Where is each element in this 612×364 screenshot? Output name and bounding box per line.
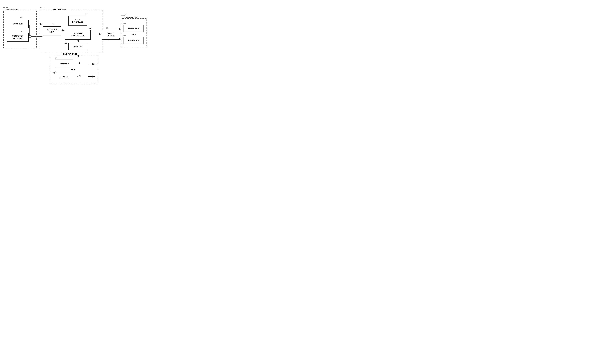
ref-40-bot: 40 [123, 34, 126, 36]
image-input-group [3, 10, 37, 48]
output-unit-label: OUTPUT UNIT [124, 16, 139, 19]
ref-50: — 50 [40, 6, 44, 8]
print-engine-box: PRINTENGINE [102, 30, 119, 39]
system-controller-box: SYSTEMCONTROLLER [65, 30, 91, 39]
ref-62: 62 [20, 30, 22, 32]
feeders-n-box: FEEDERS [55, 73, 73, 80]
dots-output: ••• [132, 33, 136, 37]
user-interface-box: USERINTERFACE [68, 16, 87, 26]
ref-54: 54 [89, 27, 91, 29]
memory-box: MEMORY [68, 43, 87, 51]
ref-30: 30 [106, 27, 108, 29]
ref-40-top: 40 [123, 22, 126, 24]
ref-25: — 25 [50, 72, 55, 74]
ref-52: 52 [53, 23, 54, 25]
finisher-1-box: FINISHER 1 [123, 25, 144, 32]
scanner-box: SCANNER [7, 20, 29, 28]
supply-unit-label: SUPPLY UNIT [63, 53, 77, 55]
diagram: IMAGE INPUT — 60 SCANNER 64 COMPUTERNETW… [0, 0, 150, 89]
image-input-label: IMAGE INPUT [6, 8, 20, 11]
feeders-1-suffix: → 1 [76, 62, 80, 64]
dots-supply: ••• [71, 68, 75, 71]
ref-64: 64 [20, 17, 22, 19]
ref-58: 58 [85, 14, 87, 16]
ref-45: — 45 [121, 14, 125, 16]
computer-network-box: COMPUTERNETWORK [7, 33, 29, 42]
ref-56: 56 [65, 42, 67, 44]
feeders-1-box: FEEDERS [55, 60, 73, 67]
ref-60: — 60 [3, 6, 8, 8]
feeders-n-suffix: → N [76, 75, 80, 78]
controller-label: CONTROLLER [52, 8, 66, 11]
ref-20-bot: 20 [55, 71, 57, 73]
interface-unit-box: INTERFACEUNIT [43, 26, 61, 35]
ref-20-top: 20 [55, 57, 57, 59]
finisher-m-box: FINISHER M [123, 37, 144, 44]
